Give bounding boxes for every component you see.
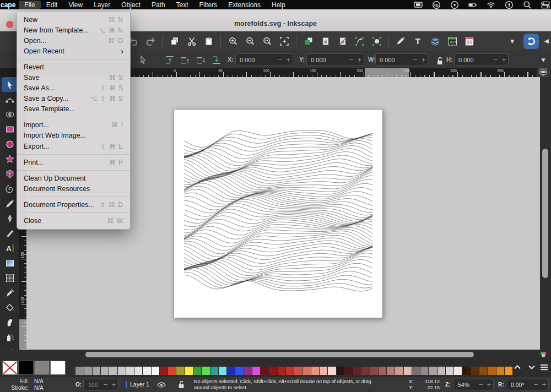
layer-lock-icon[interactable]	[176, 380, 186, 390]
file-menu-item-save-template[interactable]: Save Template...	[17, 104, 130, 115]
y-field[interactable]: 0.000 − +	[306, 53, 364, 66]
text-dialog-icon[interactable]: T	[410, 34, 425, 48]
palette-swatch-17[interactable]	[210, 367, 218, 375]
palette-swatch-2[interactable]	[84, 367, 92, 375]
opacity-minus-button[interactable]: −	[101, 380, 110, 389]
palette-swatch-42[interactable]	[420, 367, 428, 375]
palette-swatch-43[interactable]	[429, 367, 436, 375]
v-scrollbar-thumb[interactable]	[542, 149, 548, 278]
h-minus-button[interactable]: −	[491, 56, 500, 64]
palette-swatch-32[interactable]	[337, 367, 344, 375]
redo-icon[interactable]	[143, 34, 158, 48]
x-field[interactable]: 0.000 − +	[235, 53, 293, 66]
tool-dropper[interactable]	[2, 285, 18, 300]
keyhole-circle-icon[interactable]	[505, 1, 514, 9]
file-menu-item-new[interactable]: New⌘ N	[17, 14, 130, 25]
file-menu-item-save-a-copy[interactable]: Save a Copy...⌥ ⇧ ⌘ S	[17, 94, 130, 104]
palette-swatch-49[interactable]	[479, 367, 487, 375]
swatch-large-2[interactable]	[34, 361, 50, 375]
palette-scroll-up-icon[interactable]	[511, 362, 523, 373]
menu-layer[interactable]: Layer	[88, 1, 116, 9]
h-plus-button[interactable]: +	[500, 56, 508, 64]
tool-pen[interactable]	[2, 211, 18, 226]
collapse-arrow-icon[interactable]: ◀	[544, 37, 549, 45]
palette-swatch-36[interactable]	[370, 367, 378, 375]
zoom-in-icon[interactable]	[225, 34, 240, 48]
palette-swatch-29[interactable]	[311, 367, 319, 375]
palette-swatch-8[interactable]	[134, 367, 142, 375]
rotation-field[interactable]: 0.00° − +	[506, 379, 549, 390]
palette-swatch-7[interactable]	[126, 367, 134, 375]
raise-to-top-icon[interactable]	[162, 52, 177, 67]
palette-swatch-10[interactable]	[152, 367, 159, 375]
group-icon[interactable]	[301, 34, 316, 48]
palette-swatch-6[interactable]	[118, 367, 126, 375]
file-menu-item-document-properties[interactable]: Document Properties...⇧ ⌘ D	[17, 199, 130, 210]
tool-box-3d[interactable]	[2, 166, 18, 181]
palette-swatch-24[interactable]	[269, 367, 277, 375]
palette-swatch-47[interactable]	[462, 367, 470, 375]
palette-swatch-16[interactable]	[202, 367, 209, 375]
lower-to-bottom-icon[interactable]	[209, 52, 224, 67]
menu-extensions[interactable]: Extensions	[223, 1, 266, 9]
tool-mesh[interactable]	[2, 270, 18, 285]
tool-rectangle[interactable]	[2, 122, 18, 137]
lower-icon[interactable]	[193, 52, 208, 67]
swatch-large-1[interactable]	[18, 361, 34, 375]
palette-swatch-45[interactable]	[446, 367, 453, 375]
duplicate-icon[interactable]	[167, 34, 182, 48]
tool-node-editor[interactable]	[2, 92, 18, 107]
menu-text[interactable]: Text	[171, 1, 194, 9]
h-scrollbar[interactable]	[0, 350, 551, 360]
palette-swatch-28[interactable]	[302, 367, 310, 375]
swatch-none[interactable]	[2, 361, 18, 375]
palette-swatch-5[interactable]	[109, 367, 117, 375]
tool-shape-builder[interactable]	[2, 107, 18, 122]
zoom-minus-button[interactable]: −	[477, 380, 485, 389]
palette-swatch-37[interactable]	[379, 367, 386, 375]
swatch-large-3[interactable]	[50, 361, 66, 375]
color-managed-icon[interactable]	[539, 350, 548, 359]
menu-object[interactable]: Object	[116, 1, 146, 9]
wifi-icon[interactable]	[487, 1, 495, 9]
creative-cloud-icon[interactable]	[432, 1, 441, 9]
palette-swatch-30[interactable]	[320, 367, 327, 375]
tool-spiral[interactable]	[2, 181, 18, 196]
tool-spray[interactable]	[2, 330, 18, 345]
y-plus-button[interactable]: +	[355, 56, 364, 64]
palette-swatch-25[interactable]	[278, 367, 285, 375]
file-menu-item-revert[interactable]: Revert	[17, 62, 130, 72]
palette-menu-icon[interactable]	[538, 362, 550, 373]
display-icon[interactable]	[414, 1, 423, 9]
palette-swatch-15[interactable]	[193, 367, 201, 375]
opacity-plus-button[interactable]: +	[110, 380, 118, 389]
palette-swatch-22[interactable]	[252, 367, 260, 375]
file-menu-item-import-web-image[interactable]: Import Web Image...	[17, 130, 130, 141]
w-field[interactable]: 0.000 − +	[375, 53, 428, 66]
layer-name[interactable]: Layer 1	[130, 381, 149, 388]
palette-swatch-41[interactable]	[412, 367, 420, 375]
palette-swatch-0[interactable]	[67, 367, 75, 375]
palette-swatch-20[interactable]	[235, 367, 243, 375]
xml-editor-icon[interactable]: </>	[445, 34, 460, 48]
palette-swatch-27[interactable]	[294, 367, 302, 375]
rotation-plus-button[interactable]: +	[540, 380, 548, 389]
palette-scroll-down-icon[interactable]	[526, 362, 538, 373]
snap-toggle-button[interactable]	[523, 34, 539, 49]
file-menu-item-export[interactable]: Export...⇧ ⌘ E	[17, 141, 130, 151]
unlink-clone-icon[interactable]	[335, 34, 350, 48]
palette-swatch-12[interactable]	[168, 367, 176, 375]
palette-swatch-18[interactable]	[219, 367, 226, 375]
tool-gradient[interactable]	[2, 255, 18, 270]
lock-ratio-icon[interactable]	[433, 53, 447, 68]
menu-edit[interactable]: Edit	[41, 1, 63, 9]
zoom-page-icon[interactable]	[277, 34, 291, 48]
layer-visibility-eye-icon[interactable]	[156, 380, 166, 390]
select-touch-icon[interactable]	[136, 52, 150, 67]
control-center-icon[interactable]	[541, 1, 550, 9]
rotation-minus-button[interactable]: −	[532, 380, 540, 389]
file-menu-item-close[interactable]: Close⌘ W	[17, 216, 130, 226]
file-menu-item-clean-up-document[interactable]: Clean Up Document	[17, 173, 130, 183]
tool-ellipse[interactable]	[2, 137, 18, 151]
tool-pencil[interactable]	[2, 196, 18, 211]
